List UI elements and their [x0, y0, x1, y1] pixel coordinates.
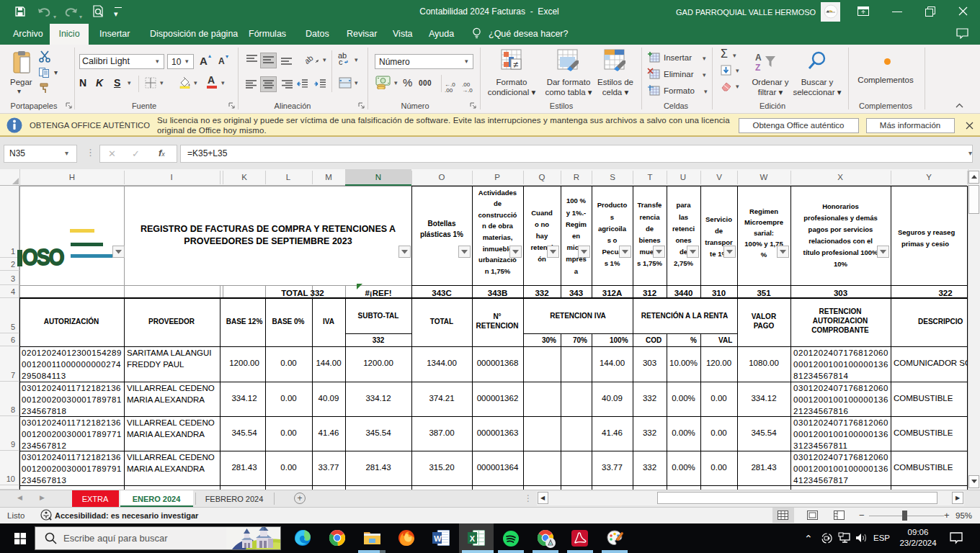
svg-text:c: c: [339, 58, 343, 66]
svg-text:≠: ≠: [513, 59, 518, 70]
svg-text:X: X: [470, 534, 476, 543]
svg-text:ab: ab: [306, 53, 315, 66]
svg-text:Z: Z: [755, 63, 760, 72]
svg-text:A: A: [755, 53, 762, 63]
svg-text:W: W: [434, 534, 442, 543]
